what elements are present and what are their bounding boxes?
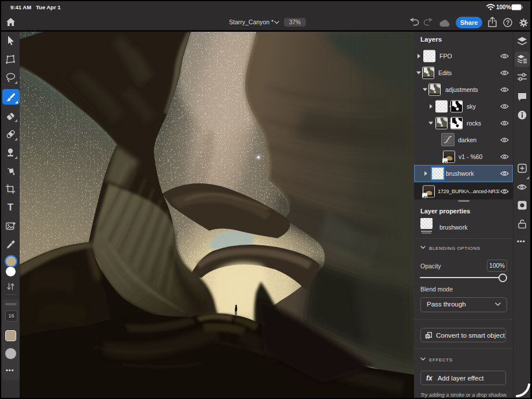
svg-text:?: ? [506, 20, 509, 26]
